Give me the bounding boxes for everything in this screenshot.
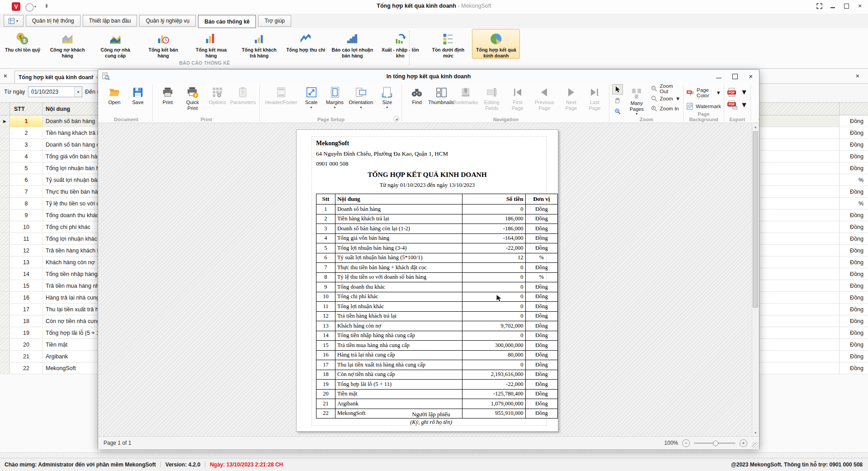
hand-tool-button[interactable] (612, 95, 623, 105)
document-tab[interactable]: Tổng hợp kết quả kinh doanh × (14, 71, 103, 84)
report-cell-amount: -22,000 (462, 380, 525, 390)
panel-close-icon[interactable]: × (856, 72, 859, 79)
close-window-icon[interactable]: × (856, 2, 863, 10)
report-cell-amount: -164,000 (462, 233, 525, 243)
menu-tab-2[interactable]: Thiết lập ban đầu (83, 15, 137, 27)
zoom-in-button[interactable]: Zoom In (651, 104, 680, 113)
ribbon-item-6[interactable]: Tổng kết khách trả hàng (235, 29, 283, 59)
find-button[interactable]: Find (405, 84, 429, 106)
resize-grip[interactable] (752, 442, 758, 448)
menu-tab-1[interactable]: Quản trị hệ thống (26, 15, 80, 27)
open-button[interactable]: Open (103, 84, 126, 106)
send-email-pdf-button[interactable]: PDF ▼ (727, 100, 748, 109)
zoom-out-button[interactable]: Zoom Out (651, 84, 680, 93)
scroll-down-icon[interactable]: ▼ (752, 429, 759, 436)
page-color-button[interactable]: Page Color ▼ (686, 87, 721, 98)
row-indicator (0, 233, 10, 244)
ribbon-item-label: Tồn dưới định mức (427, 47, 469, 58)
close-document-icon[interactable]: × (4, 72, 7, 79)
previous-page-arrow-icon (538, 85, 550, 100)
zoom-slider-minus-button[interactable]: − (682, 439, 690, 447)
quick-print-button[interactable]: Quick Print (179, 84, 206, 112)
orientation-button[interactable]: Orientation▼ (347, 84, 376, 110)
zoom-in-label: Zoom In (660, 106, 679, 111)
report-table: Stt Nội dung Số tiền Đơn vị 1Doanh số bá… (316, 194, 558, 419)
report-cell-unit: Đồng (525, 302, 557, 312)
horizontal-scrollbar[interactable] (0, 452, 868, 458)
save-button[interactable]: Save (126, 84, 150, 106)
ribbon-item-11[interactable]: Tổng hợp kết quả kinh doanh (472, 29, 520, 59)
zoom-slider-plus-button[interactable]: + (740, 439, 747, 447)
report-cell-stt: 5 (316, 243, 335, 253)
chevron-down-icon: ▼ (635, 112, 638, 115)
preview-area: MekongSoft 64 Nguyễn Đình Chiểu, Phường … (98, 123, 759, 437)
fullscreen-icon[interactable] (816, 2, 823, 10)
dialog-close-icon[interactable]: × (749, 73, 753, 80)
size-button[interactable]: Size▼ (375, 84, 399, 110)
margins-button[interactable]: Margins▼ (323, 84, 347, 110)
zoom-slider[interactable] (694, 442, 736, 444)
cell-unit: Đồng (839, 245, 868, 256)
menu-tab-5[interactable]: Trợ giúp (258, 15, 291, 27)
report-cell-content: Tổng lợi nhuận khác (335, 302, 462, 312)
maximize-icon[interactable] (843, 2, 850, 10)
watermark-button[interactable]: Watermark (686, 103, 721, 110)
column-header-unit[interactable] (839, 103, 868, 115)
ribbon-item-3[interactable]: Công nợ nhà cung cấp (91, 29, 139, 59)
cell-unit: Đồng (839, 292, 868, 303)
cell-stt: 19 (10, 327, 43, 338)
ribbon-item-7[interactable]: Tổng hợp thu chi (283, 29, 328, 53)
combo-dropdown-icon[interactable]: ▼ (74, 87, 82, 97)
pointer-icon (615, 86, 621, 93)
button-label: Scale (305, 100, 318, 105)
cell-stt: 14 (10, 268, 43, 280)
cell-stt: 10 (10, 221, 43, 233)
ribbon-item-4[interactable]: Tổng kết bán hàng (139, 29, 187, 59)
ribbon-item-5[interactable]: Tổng kết mua hàng (187, 29, 235, 59)
chevron-down-icon: ▼ (741, 101, 748, 109)
pointer-tool-button[interactable] (612, 84, 623, 95)
report-row: 18Còn nợ tiền nhà cung cấp2,193,616,000Đ… (316, 370, 558, 380)
print-button[interactable]: Print (156, 84, 179, 106)
from-date-label: Từ ngày (4, 89, 25, 95)
menu-tab-3[interactable]: Quản lý nghiệp vụ (139, 15, 196, 27)
next-page-button: Next Page (559, 84, 583, 112)
preview-scrollbar[interactable]: ▲ ▼ (752, 124, 759, 436)
from-date-combo[interactable]: 01/10/2023 ▼ (28, 86, 82, 97)
minimize-icon[interactable] (829, 2, 836, 10)
ribbon-group-caption: BÁO CÁO THỐNG KÊ (0, 60, 409, 66)
row-indicator (0, 268, 10, 280)
menu-tab-4[interactable]: Báo cáo thống kê (198, 15, 256, 28)
report-row: 10Tổng chi phí khác0Đồng (316, 292, 558, 302)
report-cell-content: Tổng doanh thu khác (335, 282, 462, 292)
ribbon-item-9[interactable]: Xuất - nhập - tồn kho (376, 29, 424, 59)
export-pdf-button[interactable]: PDF ▼ (727, 88, 748, 97)
dialog-maximize-icon[interactable] (732, 74, 738, 79)
many-pages-button[interactable]: Many Pages ▼ (625, 85, 648, 116)
zoom-button[interactable]: Zoom ▼ (651, 94, 680, 103)
toolbar-group-export: PDF ▼ PDF ▼ Export (725, 83, 750, 123)
button-label: Save (132, 100, 143, 105)
zoom-slider-thumb[interactable] (713, 441, 718, 446)
svg-text:PDF: PDF (728, 103, 735, 106)
watermark-label: Watermark (696, 104, 721, 109)
statusbar-copyright: @2023 MekongSoft. Thông tin hỗ trợ: 0901… (731, 461, 863, 468)
report-cell-content: Argibank (335, 399, 462, 409)
thumbnails-button[interactable]: Thumbnails (429, 84, 453, 106)
ribbon-item-10[interactable]: Tồn dưới định mức (424, 29, 472, 59)
row-indicator (0, 151, 10, 162)
ribbon-item-1[interactable]: €$Thu chi tồn quỹ (2, 29, 43, 53)
toolbar-group-close: Close Close (752, 83, 759, 123)
dialog-minimize-icon[interactable] (716, 74, 722, 78)
report-cell-content: Tổng lợi nhuận bán hàng (3-4) (335, 243, 462, 253)
ribbon-item-2[interactable]: Công nợ khách hàng (43, 29, 91, 59)
scroll-up-icon[interactable]: ▲ (752, 124, 759, 130)
close-preview-button[interactable]: Close (754, 84, 759, 106)
ribbon-item-8[interactable]: Báo cáo lợi nhuận bán hàng (328, 29, 376, 59)
report-cell-content: Thu lại tiền xuất trả hàng nhà cung cấp (335, 360, 462, 370)
scale-button[interactable]: Scale▼ (300, 84, 323, 110)
scrollbar-thumb[interactable] (753, 131, 758, 308)
column-header-stt[interactable]: STT (10, 103, 43, 115)
main-menu-button[interactable]: ▼ (4, 15, 24, 27)
magnifier-tool-button[interactable] (612, 106, 623, 116)
